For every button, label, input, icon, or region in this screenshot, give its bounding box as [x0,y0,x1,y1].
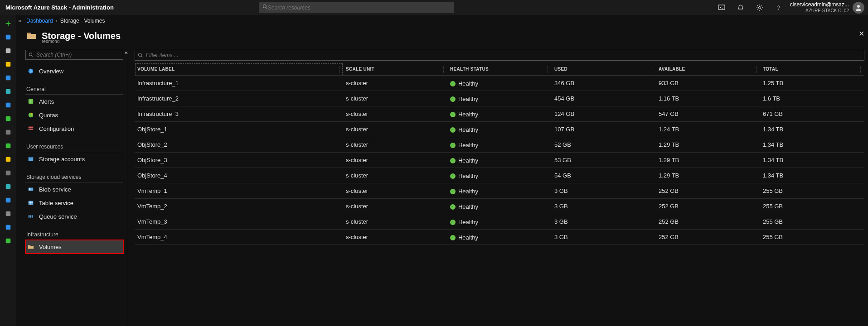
nav-item-blob-service[interactable]: Blob service [25,182,123,196]
cell-total: 1.34 TB [760,168,864,183]
rail-item[interactable] [4,155,12,163]
cell-volume-label: ObjStore_2 [135,137,343,153]
cell-available: 547 GB [656,106,760,122]
col-scale-unit[interactable]: Scale Unit↑↓ [343,63,447,76]
cell-available: 252 GB [656,214,760,230]
rail-item[interactable] [4,182,12,191]
cell-health: Healthy [447,122,552,137]
table-row[interactable]: ObjStore_1s-clusterHealthy107 GB1.24 TB1… [135,122,864,137]
table-row[interactable]: VmTemp_2s-clusterHealthy3 GB252 GB255 GB [135,199,864,214]
settings-icon[interactable] [750,0,769,15]
cell-volume-label: ObjStore_3 [135,153,343,168]
svg-text:!: ! [30,100,31,104]
table-row[interactable]: VmTemp_1s-clusterHealthy3 GB252 GB255 GB [135,183,864,199]
global-search[interactable] [259,2,454,13]
account-menu[interactable]: ciserviceadmin@msaz... AZURE STACK CI 02 [788,2,868,14]
rail-item[interactable] [4,87,12,96]
table-row[interactable]: VmTemp_4s-clusterHealthy3 GB252 GB255 GB [135,230,864,245]
cloud-shell-icon[interactable] [712,0,731,15]
rail-item[interactable] [4,128,12,136]
menu-search[interactable] [25,50,123,60]
svg-rect-15 [6,130,11,135]
nav-item-storage-accounts[interactable]: Storage accounts [25,152,123,166]
nav-item-queue-service[interactable]: Queue service [25,210,123,223]
table-row[interactable]: ObjStore_2s-clusterHealthy52 GB1.29 TB1.… [135,137,864,153]
filter-bar[interactable] [135,50,864,61]
rail-item[interactable] [4,60,12,68]
notifications-icon[interactable] [731,0,750,15]
table-icon [27,199,34,206]
nav-item-alerts[interactable]: !Alerts [25,95,123,108]
cell-used: 107 GB [552,122,656,137]
cell-total: 1.34 TB [760,153,864,168]
help-icon[interactable] [769,0,788,15]
cell-used: 124 GB [552,106,656,122]
account-email: ciserviceadmin@msaz... [790,2,849,8]
cell-scale-unit: s-cluster [343,76,447,91]
rail-item[interactable] [4,223,12,231]
col-health-status[interactable]: Health Status↑↓ [447,63,552,76]
table-row[interactable]: VmTemp_3s-clusterHealthy3 GB252 GB255 GB [135,214,864,230]
cell-volume-label: VmTemp_4 [135,230,343,245]
nav-item-table-service[interactable]: Table service [25,196,123,210]
col-volume-label[interactable]: Volume Label↑↓ [135,63,343,76]
collapse-menu-icon[interactable]: « [125,49,128,56]
rail-item[interactable] [4,74,12,82]
nav-overview[interactable]: Overview [25,64,123,78]
filter-input[interactable] [146,52,861,58]
rail-item[interactable] [4,237,12,245]
nav-group-header: General [25,84,123,95]
svg-rect-8 [6,35,11,40]
cell-scale-unit: s-cluster [343,137,447,153]
table-row[interactable]: Infrastructure_1s-clusterHealthy346 GB93… [135,76,864,91]
nav-label: Queue service [39,213,77,220]
table-row[interactable]: ObjStore_4s-clusterHealthy54 GB1.29 TB1.… [135,168,864,183]
col-total[interactable]: Total↑↓ [760,63,864,76]
expand-rail-icon[interactable]: » [18,18,21,24]
col-available[interactable]: Available↑↓ [656,63,760,76]
cell-available: 1.16 TB [656,91,760,106]
global-search-input[interactable] [268,5,450,11]
svg-rect-18 [6,171,11,176]
cell-available: 252 GB [656,230,760,245]
rail-item[interactable] [4,196,12,204]
account-directory: AZURE STACK CI 02 [790,8,849,13]
cell-scale-unit: s-cluster [343,199,447,214]
health-ok-icon [450,143,456,148]
rail-item[interactable] [4,169,12,177]
rail-item[interactable] [4,142,12,150]
nav-item-volumes[interactable]: Volumes [25,240,123,254]
nav-item-quotas[interactable]: Quotas [25,108,123,122]
close-blade-button[interactable]: ✕ [858,29,864,38]
svg-rect-10 [6,62,11,67]
rail-item[interactable] [4,115,12,123]
health-ok-icon [450,112,456,117]
rail-item[interactable] [4,101,12,109]
page-subtitle: redmond [42,39,59,44]
rail-item[interactable] [4,33,12,41]
table-row[interactable]: Infrastructure_3s-clusterHealthy124 GB54… [135,106,864,122]
rail-item[interactable] [4,210,12,218]
breadcrumb-root[interactable]: Dashboard [26,18,53,24]
queue-icon [27,213,34,220]
health-ok-icon [450,127,456,133]
svg-line-1 [266,8,267,9]
cell-health: Healthy [447,153,552,168]
table-row[interactable]: ObjStore_3s-clusterHealthy53 GB1.29 TB1.… [135,153,864,168]
nav-item-configuration[interactable]: Configuration [25,122,123,135]
menu-search-input[interactable] [36,52,120,58]
sort-icon: ↑↓ [651,66,653,73]
cell-scale-unit: s-cluster [343,106,447,122]
health-ok-icon [450,96,456,102]
cell-health: Healthy [447,199,552,214]
col-used[interactable]: Used↑↓ [552,63,656,76]
rail-item[interactable] [4,47,12,55]
cell-total: 1.6 TB [760,91,864,106]
rail-item[interactable] [4,19,12,28]
blob-icon [27,186,34,193]
cell-health: Healthy [447,76,552,91]
table-row[interactable]: Infrastructure_2s-clusterHealthy454 GB1.… [135,91,864,106]
cell-volume-label: VmTemp_3 [135,214,343,230]
cell-volume-label: Infrastructure_1 [135,76,343,91]
breadcrumb: » Dashboard › Storage - Volumes [16,15,868,27]
